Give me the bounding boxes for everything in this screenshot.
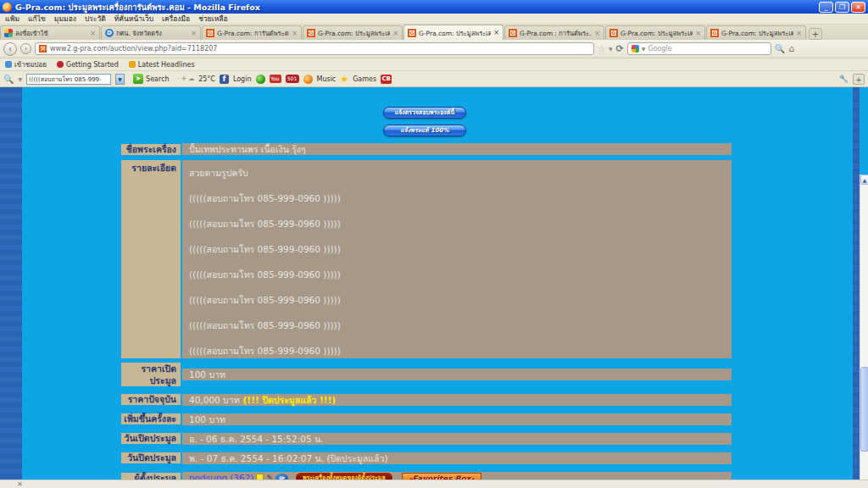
gpra-favicon: G: [408, 29, 416, 37]
report-check-button[interactable]: แจ้งตรวจสอบพระองค์นี้: [383, 107, 466, 119]
gpra-favicon: G: [39, 45, 47, 53]
new-tab-button[interactable]: +: [809, 28, 822, 40]
favorites-box-button[interactable]: -Favorites Box-: [402, 473, 481, 480]
menu-bookmarks[interactable]: ที่คั่นหน้าเว็บ: [114, 13, 153, 25]
tab-gpra-5[interactable]: G G-Pra.com: ประมูลพระเครื่องก... ×: [706, 25, 806, 40]
games-star-icon[interactable]: ★: [340, 74, 348, 85]
toolbar-search-button[interactable]: ➤ Search: [129, 73, 173, 85]
toolbar-magnifier-icon[interactable]: 🔍: [3, 75, 14, 84]
search-arrow-icon: ➤: [133, 74, 143, 84]
menu-view[interactable]: มุมมอง: [54, 13, 76, 25]
cb-icon[interactable]: CB: [381, 75, 392, 84]
profile-card-icon[interactable]: [256, 474, 264, 480]
menu-tools[interactable]: เครื่องมือ: [162, 13, 190, 25]
menu-file[interactable]: แฟ้ม: [5, 13, 19, 25]
bookmark-star-icon[interactable]: ☆: [598, 44, 605, 53]
tab-close-icon[interactable]: ×: [191, 30, 197, 37]
search-engine-caret-icon[interactable]: ▼: [642, 46, 646, 52]
wrench-icon[interactable]: 🔧: [839, 75, 849, 83]
reload-icon[interactable]: ⟳: [616, 43, 624, 54]
current-price-value: 40,000 บาท (!!! ปิดประมูลแล้ว !!!): [182, 394, 732, 406]
back-button[interactable]: ‹: [3, 42, 17, 56]
open-price-label: ราคาเปิด ประมูล: [121, 363, 181, 386]
youtube-icon[interactable]: You: [270, 75, 281, 83]
menu-edit[interactable]: แก้ไข: [28, 13, 46, 25]
toolbar-extra-icons[interactable]: · ✛ ☁: [178, 75, 195, 82]
google-icon: [632, 45, 639, 53]
tab-close-icon[interactable]: ×: [493, 29, 499, 36]
details-label: รายละเอียด: [121, 160, 181, 358]
tab-signin[interactable]: ลงชื่อเข้าใช้ ×: [0, 25, 100, 40]
window-titlebar[interactable]: G-Pra.com: ประมูลพระเครื่องการันต์พระ.คอ…: [0, 0, 868, 14]
dropdown-caret-icon[interactable]: ▼: [609, 46, 613, 52]
current-price-label: ราคาปัจจุบัน: [121, 394, 181, 405]
addon-toolbar: 🔍 ▼ (((((สอบถามโทร 085-999- ▼ ➤ Search ·…: [0, 71, 868, 87]
minimize-button[interactable]: _: [819, 2, 833, 13]
phone-line: (((((สอบถามโทร 085-999-0960 ))))): [189, 319, 726, 331]
firefox-icon: [3, 3, 12, 12]
search-placeholder[interactable]: Google: [648, 45, 671, 53]
tab-close-icon[interactable]: ×: [796, 30, 802, 37]
tab-close-icon[interactable]: ×: [90, 30, 96, 37]
details-intro: สวยตามรูปครับ: [189, 167, 726, 179]
seller-name-link[interactable]: podsung: [189, 472, 227, 480]
table-row: ราคาปัจจุบัน 40,000 บาท (!!! ปิดประมูลแล…: [121, 391, 732, 408]
tab-nfe-trang[interactable]: D กศน. จังหวัดตรัง ×: [101, 25, 201, 40]
page-right-border: [853, 87, 860, 480]
report-genuine-button[interactable]: แจ้งพระแท้ 100%: [383, 125, 466, 136]
menu-history[interactable]: ประวัติ: [85, 13, 106, 25]
tab-gpra-2[interactable]: G G-Pra.com: ประมูลพระเครื่องก... ×: [303, 25, 403, 40]
tab-close-icon[interactable]: ×: [695, 30, 701, 37]
increment-label: เพิ่มขึ้นครั้งละ: [121, 413, 181, 424]
increment-value: 100 บาท: [182, 413, 732, 425]
facebook-login-label[interactable]: Login: [233, 75, 252, 83]
weather-temperature[interactable]: 25°C: [198, 75, 215, 83]
toolbar-magnifier-caret-icon[interactable]: ▼: [18, 76, 22, 82]
table-row: รายละเอียด สวยตามรูปครับ (((((สอบถามโทร …: [121, 160, 732, 358]
ip-icon[interactable]: IP: [275, 474, 288, 480]
tab-close-icon[interactable]: ×: [292, 30, 298, 37]
url-bar[interactable]: G www2.g-pra.com/auction/view.php?aid=71…: [35, 42, 594, 55]
findbar-close-icon[interactable]: ✕: [17, 480, 23, 488]
games-label[interactable]: Games: [353, 75, 376, 83]
close-button[interactable]: ✕: [851, 2, 865, 13]
tab-close-icon[interactable]: ×: [594, 30, 600, 37]
forward-button[interactable]: ›: [20, 43, 31, 54]
scrollbar-thumb[interactable]: [860, 367, 868, 452]
url-text[interactable]: www2.g-pra.com/auction/view.php?aid=7118…: [50, 45, 590, 53]
table-row: วันเปิดประมูล อ. - 06 ธ.ค. 2554 - 15:52:…: [121, 430, 732, 447]
phone-line: (((((สอบถามโทร 085-999-0960 ))))): [189, 218, 726, 230]
music-label[interactable]: Music: [317, 75, 337, 83]
messenger-icon[interactable]: [256, 75, 265, 84]
open-date-label: วันเปิดประมูล: [121, 433, 181, 444]
tab-gpra-3[interactable]: G G-Pra.com : การันต์พระ.คอม ×: [504, 25, 604, 40]
seller-value: podsung (362) ✎ IP พระเครื่องทั้งหมดของผ…: [182, 472, 732, 480]
tab-gpra-1[interactable]: G G-Pra.com: การันต์พระดอทคอ... ×: [202, 25, 302, 40]
vertical-scrollbar[interactable]: ▲ ▼: [860, 175, 868, 480]
bookmark-frequent[interactable]: เข้าชมบ่อย: [5, 59, 47, 70]
pen-icon[interactable]: ✎: [266, 472, 273, 480]
phone-line: (((((สอบถามโทร 085-999-0960 ))))): [189, 345, 726, 357]
maximize-button[interactable]: ❐: [835, 2, 849, 13]
search-magnifier-icon[interactable]: 🔍: [775, 44, 785, 53]
amulet-name-value: ปั้มเทพประทานพร เนื้อเงิน รุ้งๆ: [182, 143, 732, 155]
scrollbar-up-arrow[interactable]: ▲: [860, 175, 868, 185]
toolbar-search-dropdown[interactable]: ▼: [115, 74, 125, 85]
tab-close-icon[interactable]: ×: [392, 30, 398, 37]
tab-gpra-4[interactable]: G G-Pra.com: ประมูลพระเครื่องก... ×: [605, 25, 705, 40]
bookmark-getting-started[interactable]: Getting Started: [57, 61, 119, 69]
toolbar-plus-button[interactable]: +: [853, 74, 865, 85]
tab-gpra-active[interactable]: G G-Pra.com: ประมูลพระเครื่องก... ×: [403, 25, 504, 40]
bookmark-latest-headlines[interactable]: Latest Headlines: [129, 61, 195, 69]
home-icon[interactable]: ⌂: [788, 43, 794, 54]
status-bar: ✕: [0, 480, 868, 488]
music-icon[interactable]: [303, 75, 313, 84]
toolbar-search-input[interactable]: (((((สอบถามโทร 085-999-: [26, 74, 111, 85]
search-box[interactable]: ▼ Google: [627, 42, 771, 55]
phone-line: (((((สอบถามโทร 085-999-0960 ))))): [189, 269, 726, 280]
seller-all-items-button[interactable]: พระเครื่องทั้งหมดของผู้ตั้งประมูล: [295, 472, 393, 480]
menu-help[interactable]: ช่วยเหลือ: [198, 13, 227, 25]
seller-feedback-count[interactable]: (362): [230, 472, 253, 480]
badge-501-icon[interactable]: 501: [286, 75, 299, 83]
facebook-icon[interactable]: f: [220, 75, 229, 84]
